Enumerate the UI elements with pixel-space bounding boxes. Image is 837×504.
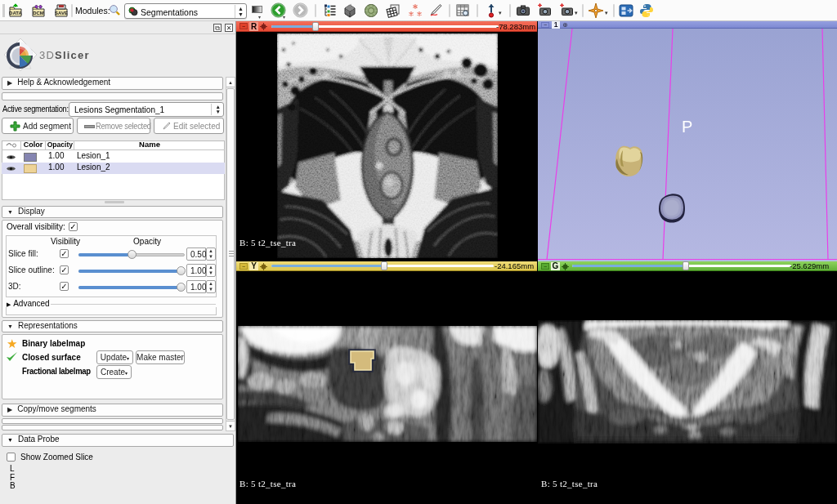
svg-text:P: P [682,118,692,136]
svg-text:DCM: DCM [33,11,44,16]
svg-text:DATA: DATA [9,11,22,16]
svg-text:SAVE: SAVE [55,11,68,16]
